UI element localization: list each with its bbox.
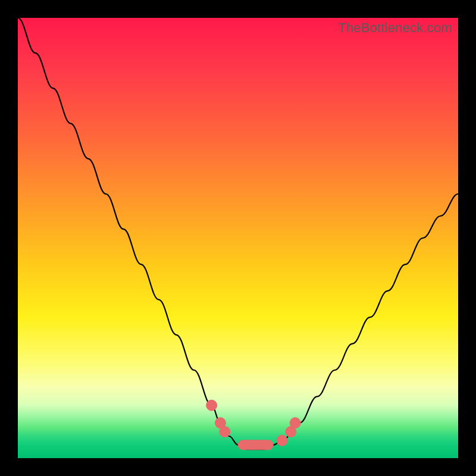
curve-marker xyxy=(220,427,230,437)
curve-marker xyxy=(206,400,217,411)
curve-marker-pill xyxy=(238,440,273,450)
curve-markers xyxy=(206,400,301,450)
curve-marker xyxy=(290,418,300,428)
curve-marker xyxy=(277,435,287,446)
bottleneck-curve xyxy=(18,18,458,449)
curve-svg xyxy=(18,18,458,458)
chart-frame: TheBottleneck.com xyxy=(0,0,476,476)
chart-plot-area: TheBottleneck.com xyxy=(18,18,458,458)
